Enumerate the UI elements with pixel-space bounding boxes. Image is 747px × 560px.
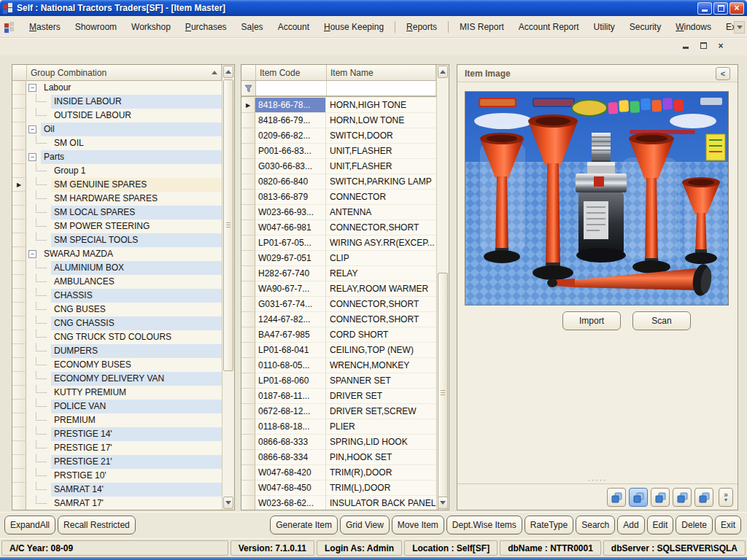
item-name-cell[interactable]: CLIP <box>326 251 436 266</box>
item-code-cell[interactable]: 8418-66-79... <box>255 113 326 128</box>
grid-row[interactable]: 0672-68-12...DRIVER SET,SCREW <box>241 404 436 419</box>
tree-row[interactable]: SM SPECIAL TOOLS <box>12 233 222 247</box>
item-name-cell[interactable]: CEILING,TOP (NEW) <box>326 343 436 358</box>
item-name-cell[interactable]: CONNECTOR,SHORT <box>326 220 436 236</box>
dept-wise-items-button[interactable]: Dept.Wise Items <box>446 516 522 534</box>
item-code-cell[interactable]: 0209-66-82... <box>255 128 326 144</box>
tree-node-label[interactable]: SM OIL <box>51 136 222 150</box>
grid-row[interactable]: 0187-68-11...DRIVER SET <box>241 389 436 404</box>
close-button[interactable]: × <box>729 2 744 15</box>
item-code-cell[interactable]: 0110-68-05... <box>255 358 326 373</box>
tree-row[interactable]: ECONOMY DELIVERY VAN <box>12 372 222 386</box>
item-code-cell[interactable]: G030-66-83... <box>255 159 326 174</box>
tree-row[interactable]: PRESTIGE 21' <box>12 455 222 469</box>
item-name-cell[interactable]: HORN,HIGH TONE <box>326 98 436 113</box>
item-name-cell[interactable]: WRENCH,MONKEY <box>326 358 436 373</box>
tree-node-label[interactable]: PRSTIGE 10' <box>51 469 222 483</box>
item-code-cell[interactable]: G031-67-74... <box>255 297 326 312</box>
item-code-cell[interactable]: P001-66-83... <box>255 144 326 159</box>
image-view-button-4[interactable] <box>673 488 692 507</box>
tree-node-label[interactable]: AMBULANCES <box>51 275 222 289</box>
exit-button[interactable]: Exit <box>715 516 741 534</box>
generate-item-button[interactable]: Generate Item <box>270 516 338 534</box>
item-name-cell[interactable]: SPANNER SET <box>326 373 436 389</box>
item-code-cell[interactable]: 0813-66-879 <box>255 190 326 205</box>
item-code-cell[interactable]: BA47-67-985 <box>255 327 326 343</box>
item-code-cell[interactable]: W023-68-62... <box>255 496 326 510</box>
tree-collapse-glyph[interactable] <box>26 150 41 164</box>
grid-row[interactable]: LP01-68-041CEILING,TOP (NEW) <box>241 343 436 358</box>
tree-collapse-glyph[interactable] <box>26 247 41 261</box>
item-name-cell[interactable]: TRIM(R),DOOR <box>326 465 436 481</box>
grid-row[interactable]: H282-67-740RELAY <box>241 266 436 281</box>
tree-row[interactable]: Group 1 <box>12 164 222 178</box>
tree-row[interactable]: SM HARDWARE SPARES <box>12 192 222 206</box>
item-code-column-header[interactable]: Item Code <box>256 65 327 81</box>
minimize-button[interactable] <box>697 2 712 15</box>
grid-row[interactable]: ▶8418-66-78...HORN,HIGH TONE <box>241 98 436 113</box>
item-name-cell[interactable]: PIN,HOOK SET <box>326 450 436 465</box>
tree-row[interactable]: SWARAJ MAZDA <box>12 247 222 261</box>
menu-purchases[interactable]: Purchases <box>178 19 234 35</box>
tree-row[interactable]: CNG CHASSIS <box>12 316 222 330</box>
menu-masters[interactable]: Masters <box>22 19 68 35</box>
grid-row[interactable]: W047-66-981CONNECTOR,SHORT <box>241 220 436 236</box>
tree-node-label[interactable]: OUTSIDE LABOUR <box>51 109 222 122</box>
tree-row[interactable]: INSIDE LABOUR <box>12 95 222 109</box>
grid-row[interactable]: P001-66-83...UNIT,FLASHER <box>241 144 436 159</box>
grid-row[interactable]: W047-68-420TRIM(R),DOOR <box>241 465 436 481</box>
collapse-panel-button[interactable]: < <box>716 67 730 80</box>
item-name-filter-input[interactable] <box>327 81 436 96</box>
item-code-cell[interactable]: W023-66-93... <box>255 205 326 220</box>
tree-row[interactable]: CNG TRUCK STD COLOURS <box>12 330 222 344</box>
item-code-cell[interactable]: W047-68-420 <box>255 465 326 481</box>
item-name-cell[interactable]: SWITCH,DOOR <box>326 128 436 144</box>
item-code-cell[interactable]: H282-67-740 <box>255 266 326 281</box>
tree-row[interactable]: CHASSIS <box>12 289 222 303</box>
tree-row[interactable]: SAMRAT 17' <box>12 497 222 510</box>
image-view-button-1[interactable] <box>607 488 626 507</box>
grid-row[interactable]: 1244-67-82...CONNECTOR,SHORT <box>241 312 436 327</box>
menu-reports[interactable]: Reports <box>399 19 444 35</box>
tree-collapse-glyph[interactable] <box>26 81 41 95</box>
grid-view-button[interactable]: Grid View <box>340 516 390 534</box>
tree-row[interactable]: Labour <box>12 81 222 95</box>
tree-node-label[interactable]: Parts <box>41 150 222 164</box>
tree-node-label[interactable]: SAMRAT 14' <box>51 483 222 497</box>
item-name-cell[interactable]: SPRING,LID HOOK <box>326 435 436 450</box>
tree-row[interactable]: ▶SM GENUINE SPARES <box>12 178 222 192</box>
item-code-cell[interactable]: 0672-68-12... <box>255 404 326 419</box>
delete-button[interactable]: Delete <box>676 516 713 534</box>
grid-row[interactable]: WA90-67-7...RELAY,ROOM WARMER <box>241 281 436 297</box>
grid-row[interactable]: 8418-66-79...HORN,LOW TONE <box>241 113 436 128</box>
item-name-cell[interactable]: INSULATOR BACK PANEL <box>326 496 436 510</box>
tree-node-label[interactable]: Oil <box>41 122 222 136</box>
item-code-cell[interactable]: 0820-66-840 <box>255 174 326 190</box>
item-code-cell[interactable]: LP01-67-05... <box>255 236 326 251</box>
tree-node-label[interactable]: SM LOCAL SPARES <box>51 206 222 219</box>
tree-node-label[interactable]: PRESTIGE 17' <box>51 441 222 455</box>
grid-row[interactable]: G030-66-83...UNIT,FLASHER <box>241 159 436 174</box>
item-name-cell[interactable]: UNIT,FLASHER <box>326 144 436 159</box>
tree-node-label[interactable]: PRESTIGE 21' <box>51 455 222 469</box>
mdi-minimize-button[interactable] <box>680 40 692 51</box>
tree-row[interactable]: PRESTIGE 14' <box>12 427 222 441</box>
ratetype-button[interactable]: RateType <box>525 516 573 534</box>
tree-node-label[interactable]: PRESTIGE 14' <box>51 427 222 441</box>
tree-row[interactable]: DUMPERS <box>12 344 222 358</box>
tree-node-label[interactable]: INSIDE LABOUR <box>51 95 222 109</box>
item-name-cell[interactable]: CONNECTOR,SHORT <box>326 312 436 327</box>
tree-row[interactable]: Parts <box>12 150 222 164</box>
tree-row[interactable]: POLICE VAN <box>12 400 222 413</box>
tree-node-label[interactable]: CNG TRUCK STD COLOURS <box>51 330 222 344</box>
grid-row[interactable]: 0866-68-333SPRING,LID HOOK <box>241 435 436 450</box>
item-name-cell[interactable]: CONNECTOR,SHORT <box>326 297 436 312</box>
tree-row[interactable]: CNG BUSES <box>12 303 222 316</box>
tree-row[interactable]: SM LOCAL SPARES <box>12 206 222 219</box>
item-name-cell[interactable]: DRIVER SET,SCREW <box>326 404 436 419</box>
item-code-cell[interactable]: LP01-68-041 <box>255 343 326 358</box>
collapse-box-icon[interactable] <box>28 125 36 133</box>
tree-node-label[interactable]: SAMRAT 17' <box>51 497 222 510</box>
item-name-cell[interactable]: CONNECTOR <box>326 190 436 205</box>
tree-row[interactable]: SAMRAT 14' <box>12 483 222 497</box>
